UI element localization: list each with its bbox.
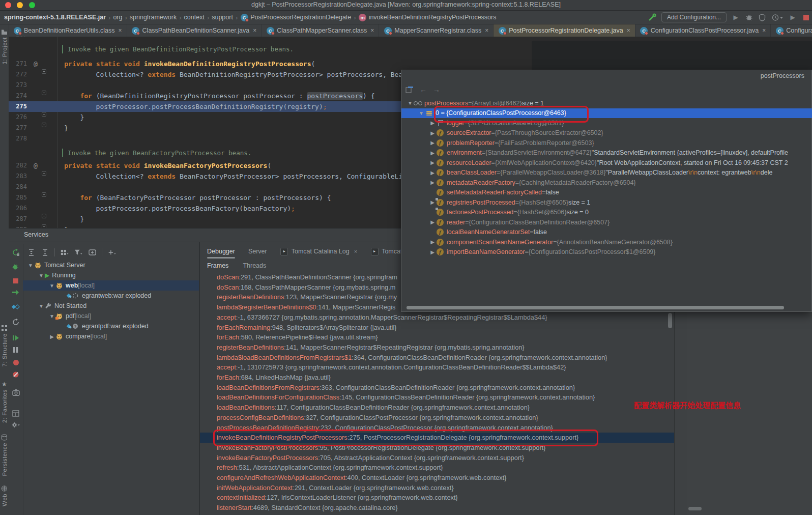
update-app-icon[interactable] bbox=[12, 289, 20, 297]
frame-row[interactable]: lambda$loadBeanDefinitionsFromRegistrars… bbox=[200, 353, 675, 363]
debug-icon[interactable] bbox=[745, 13, 753, 21]
chevron-down-icon[interactable]: ▼ bbox=[38, 273, 45, 278]
variable-row[interactable]: ▶freader = {ConfigurationClassBeanDefini… bbox=[401, 217, 812, 227]
coverage-icon[interactable] bbox=[758, 13, 766, 21]
chevron-right-icon[interactable]: ▶ bbox=[429, 249, 436, 255]
frame-row[interactable]: processConfigBeanDefinitions:327, Config… bbox=[200, 413, 675, 423]
close-icon[interactable]: × bbox=[627, 27, 630, 34]
service-tree-row[interactable]: egrantweb:war exploded bbox=[23, 291, 199, 301]
settings-icon[interactable] bbox=[12, 421, 20, 429]
frame-row[interactable]: invokeBeanDefinitionRegistryPostProcesso… bbox=[200, 433, 675, 443]
chevron-right-icon[interactable]: ▶ bbox=[429, 160, 436, 165]
debug-rerun-icon[interactable] bbox=[12, 263, 20, 271]
close-icon[interactable]: × bbox=[762, 27, 766, 34]
chevron-right-icon[interactable]: ▶ bbox=[48, 334, 55, 339]
forward-icon[interactable]: → bbox=[433, 85, 440, 94]
variable-row[interactable]: ffactoriesPostProcessed = {HashSet@6506}… bbox=[401, 208, 812, 218]
breadcrumb-item[interactable]: springframework bbox=[130, 14, 177, 21]
stop-icon[interactable] bbox=[802, 13, 810, 21]
variable-row[interactable]: ▶logger = {SLF4JLocationAwareLog@6501} bbox=[401, 118, 812, 128]
variable-row[interactable]: ▶fregistriesPostProcessed = {HashSet@650… bbox=[401, 197, 812, 208]
breadcrumb-item[interactable]: org bbox=[113, 14, 122, 21]
frame-row[interactable]: registerBeanDefinitions:141, MapperScann… bbox=[200, 342, 675, 353]
mute-breakpoints-icon[interactable] bbox=[12, 370, 20, 379]
frames-vertical-scrollbar[interactable] bbox=[668, 313, 672, 328]
fold-icon[interactable] bbox=[39, 112, 48, 117]
add-frame-icon[interactable] bbox=[88, 248, 96, 256]
frame-row[interactable]: configureAndRefreshWebApplicationContext… bbox=[200, 473, 675, 483]
frame-row[interactable]: initWebApplicationContext:291, ContextLo… bbox=[200, 483, 675, 493]
rerun-icon[interactable] bbox=[12, 248, 20, 256]
variable-row[interactable]: ▶fbeanClassLoader = {ParallelWebappClass… bbox=[401, 168, 812, 178]
debugger-tab[interactable]: Debugger bbox=[207, 244, 235, 259]
restore-layout-icon[interactable] bbox=[12, 409, 20, 417]
editor-tab[interactable]: CPostProcessorRegistrationDelegate.java× bbox=[494, 24, 635, 37]
variable-row[interactable]: ▶fsourceExtractor = {PassThroughSourceEx… bbox=[401, 128, 812, 138]
frame-row[interactable]: invokeBeanFactoryPostProcessors:705, Abs… bbox=[200, 453, 675, 463]
breadcrumb-item[interactable]: minvokeBeanDefinitionRegistryPostProcess… bbox=[359, 13, 497, 21]
close-icon[interactable]: × bbox=[370, 27, 374, 34]
service-tree-row[interactable]: ▶compare [local] bbox=[23, 331, 199, 341]
open-in-variables-icon[interactable] bbox=[405, 85, 414, 94]
chevron-down-icon[interactable]: ▼ bbox=[418, 110, 425, 116]
editor-tab[interactable]: CConfigurationClassPostProcessor.java× bbox=[635, 24, 771, 37]
variable-row[interactable]: ▶fimportBeanNameGenerator = {Configurati… bbox=[401, 247, 812, 258]
add-service-icon[interactable] bbox=[108, 248, 116, 256]
debugger-tab[interactable]: Server bbox=[248, 244, 267, 259]
expand-all-icon[interactable] bbox=[27, 248, 35, 256]
fold-icon[interactable] bbox=[39, 192, 48, 197]
chevron-right-icon[interactable]: ▶ bbox=[429, 150, 436, 156]
editor-tab[interactable]: CConfigurationClassBeanDefinitionReader.… bbox=[771, 24, 812, 37]
chevron-right-icon[interactable]: ▶ bbox=[429, 140, 436, 146]
fold-icon[interactable] bbox=[39, 171, 48, 176]
editor-tab[interactable]: CMapperScannerRegistrar.class× bbox=[379, 24, 494, 37]
close-icon[interactable]: × bbox=[485, 27, 488, 34]
service-tree-row[interactable]: ▼▶Running bbox=[23, 270, 199, 280]
run-icon[interactable]: ▶ bbox=[732, 13, 740, 21]
chevron-down-icon[interactable]: ▼ bbox=[27, 263, 34, 268]
breadcrumb-item[interactable]: spring-context-5.1.8.RELEASE.jar bbox=[4, 14, 106, 21]
frame-row[interactable]: invokeBeanFactoryPostProcessors:95, Post… bbox=[200, 443, 675, 453]
fold-icon[interactable] bbox=[39, 69, 48, 74]
frame-row[interactable]: forEachRemaining:948, Spliterators$Array… bbox=[200, 323, 675, 333]
editor-tab[interactable]: CBeanDefinitionReaderUtils.class× bbox=[9, 24, 127, 37]
variables-horizontal-scrollbar[interactable] bbox=[688, 507, 702, 510]
variable-row[interactable]: ▶fenvironment = {StandardServletEnvironm… bbox=[401, 148, 812, 158]
hotswap-icon[interactable] bbox=[12, 303, 20, 311]
pause-icon[interactable] bbox=[12, 346, 20, 354]
service-tree-row[interactable]: ▼Tomcat Server bbox=[23, 260, 199, 270]
frame-row[interactable]: refresh:531, AbstractApplicationContext … bbox=[200, 463, 675, 473]
frame-row[interactable]: contextInitialized:127, IrisContextLoade… bbox=[200, 493, 675, 503]
chevron-down-icon[interactable]: ▼ bbox=[407, 100, 414, 106]
variable-row[interactable]: fsetMetadataReaderFactoryCalled = false bbox=[401, 188, 812, 198]
frame-row[interactable]: postProcessBeanDefinitionRegistry:232, C… bbox=[200, 423, 675, 433]
close-icon[interactable]: × bbox=[119, 27, 122, 34]
close-icon[interactable]: × bbox=[253, 27, 256, 34]
chevron-right-icon[interactable]: ▶ bbox=[429, 239, 436, 245]
frame-row[interactable]: accept:-1, 1310725973 {org.springframewo… bbox=[200, 362, 675, 373]
fold-icon[interactable] bbox=[39, 214, 48, 218]
stop-icon[interactable] bbox=[12, 277, 20, 285]
breadcrumb-item[interactable]: support bbox=[212, 14, 233, 21]
chevron-right-icon[interactable]: ▶ bbox=[429, 130, 436, 136]
close-icon[interactable]: × bbox=[353, 244, 357, 259]
variable-row[interactable]: ▼postProcessors = {ArrayList@6462} size … bbox=[401, 98, 812, 108]
chevron-down-icon[interactable]: ▼ bbox=[48, 283, 55, 289]
popup-horizontal-scrollbar[interactable] bbox=[407, 306, 784, 309]
profiler-icon[interactable] bbox=[771, 13, 784, 21]
chevron-right-icon[interactable]: ▶ bbox=[429, 170, 436, 176]
fold-icon[interactable] bbox=[39, 91, 48, 95]
variable-row[interactable]: ▶fcomponentScanBeanNameGenerator = {Anno… bbox=[401, 237, 812, 247]
frame-row[interactable]: forEach:684, LinkedHashMap {java.util} bbox=[200, 373, 675, 383]
breadcrumb-item[interactable]: CPostProcessorRegistrationDelegate bbox=[240, 13, 351, 21]
breadcrumb-item[interactable]: context bbox=[184, 14, 205, 21]
thread-dump-icon[interactable] bbox=[12, 388, 20, 396]
view-breakpoints-icon[interactable] bbox=[12, 358, 20, 366]
back-icon[interactable]: ← bbox=[420, 85, 427, 94]
group-by-icon[interactable] bbox=[61, 248, 69, 256]
fold-icon[interactable] bbox=[39, 123, 48, 127]
frame-row[interactable]: loadBeanDefinitions:117, ConfigurationCl… bbox=[200, 403, 675, 413]
variable-row[interactable]: ▼0 = {ConfigurationClassPostProcessor@64… bbox=[401, 108, 812, 119]
service-tree-row[interactable]: ▼Not Started bbox=[23, 301, 199, 311]
setup-sdk-icon[interactable] bbox=[648, 13, 656, 21]
